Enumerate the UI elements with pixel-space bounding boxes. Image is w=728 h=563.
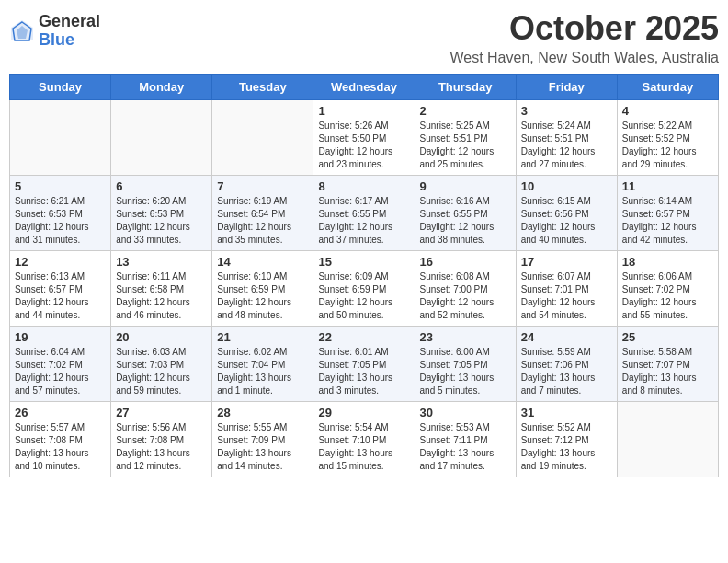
day-number: 13 <box>116 255 207 269</box>
logo-icon <box>9 18 35 44</box>
weekday-sunday: Sunday <box>10 75 111 100</box>
day-info: Sunrise: 5:55 AM Sunset: 7:09 PM Dayligh… <box>217 421 308 473</box>
day-number: 28 <box>217 406 308 419</box>
day-number: 25 <box>622 330 713 344</box>
day-info: Sunrise: 6:15 AM Sunset: 6:56 PM Dayligh… <box>521 195 612 247</box>
day-info: Sunrise: 5:58 AM Sunset: 7:07 PM Dayligh… <box>622 346 713 397</box>
day-number: 21 <box>217 330 308 344</box>
day-number: 14 <box>217 255 308 269</box>
day-info: Sunrise: 5:24 AM Sunset: 5:51 PM Dayligh… <box>521 120 612 171</box>
calendar-cell: 29Sunrise: 5:54 AM Sunset: 7:10 PM Dayli… <box>313 402 415 477</box>
day-number: 20 <box>116 330 207 344</box>
calendar-body: 1Sunrise: 5:26 AM Sunset: 5:50 PM Daylig… <box>10 100 719 477</box>
calendar-cell <box>111 100 212 176</box>
calendar-cell: 30Sunrise: 5:53 AM Sunset: 7:11 PM Dayli… <box>415 402 516 477</box>
header: General Blue October 2025 West Haven, Ne… <box>9 9 719 66</box>
day-number: 26 <box>15 406 106 419</box>
day-number: 5 <box>15 179 106 193</box>
day-info: Sunrise: 6:03 AM Sunset: 7:03 PM Dayligh… <box>116 346 207 397</box>
calendar-cell: 1Sunrise: 5:26 AM Sunset: 5:50 PM Daylig… <box>313 100 415 176</box>
day-number: 2 <box>420 104 511 118</box>
calendar-cell: 15Sunrise: 6:09 AM Sunset: 6:59 PM Dayli… <box>313 251 415 327</box>
calendar-cell: 13Sunrise: 6:11 AM Sunset: 6:58 PM Dayli… <box>111 251 212 327</box>
week-row-4: 19Sunrise: 6:04 AM Sunset: 7:02 PM Dayli… <box>10 327 719 402</box>
day-info: Sunrise: 6:14 AM Sunset: 6:57 PM Dayligh… <box>622 195 713 247</box>
calendar: SundayMondayTuesdayWednesdayThursdayFrid… <box>9 74 719 477</box>
calendar-cell: 17Sunrise: 6:07 AM Sunset: 7:01 PM Dayli… <box>516 251 617 327</box>
calendar-cell <box>212 100 313 176</box>
day-info: Sunrise: 5:26 AM Sunset: 5:50 PM Dayligh… <box>318 120 409 171</box>
day-info: Sunrise: 6:04 AM Sunset: 7:02 PM Dayligh… <box>15 346 106 397</box>
weekday-tuesday: Tuesday <box>212 75 313 100</box>
day-number: 31 <box>521 406 612 419</box>
calendar-cell: 26Sunrise: 5:57 AM Sunset: 7:08 PM Dayli… <box>10 402 111 477</box>
day-info: Sunrise: 6:06 AM Sunset: 7:02 PM Dayligh… <box>622 270 713 322</box>
day-number: 18 <box>622 255 713 269</box>
calendar-cell <box>617 402 718 477</box>
weekday-wednesday: Wednesday <box>313 75 415 100</box>
day-info: Sunrise: 5:22 AM Sunset: 5:52 PM Dayligh… <box>622 120 713 171</box>
logo: General Blue <box>9 13 100 50</box>
weekday-monday: Monday <box>111 75 212 100</box>
day-info: Sunrise: 5:59 AM Sunset: 7:06 PM Dayligh… <box>521 346 612 397</box>
weekday-friday: Friday <box>516 75 617 100</box>
calendar-cell: 27Sunrise: 5:56 AM Sunset: 7:08 PM Dayli… <box>111 402 212 477</box>
day-info: Sunrise: 6:21 AM Sunset: 6:53 PM Dayligh… <box>15 195 106 247</box>
calendar-cell: 24Sunrise: 5:59 AM Sunset: 7:06 PM Dayli… <box>516 327 617 402</box>
calendar-cell: 4Sunrise: 5:22 AM Sunset: 5:52 PM Daylig… <box>617 100 718 176</box>
day-number: 10 <box>521 179 612 193</box>
calendar-cell: 18Sunrise: 6:06 AM Sunset: 7:02 PM Dayli… <box>617 251 718 327</box>
calendar-cell: 3Sunrise: 5:24 AM Sunset: 5:51 PM Daylig… <box>516 100 617 176</box>
day-info: Sunrise: 6:20 AM Sunset: 6:53 PM Dayligh… <box>116 195 207 247</box>
day-info: Sunrise: 6:07 AM Sunset: 7:01 PM Dayligh… <box>521 270 612 322</box>
calendar-cell: 7Sunrise: 6:19 AM Sunset: 6:54 PM Daylig… <box>212 176 313 251</box>
day-info: Sunrise: 6:00 AM Sunset: 7:05 PM Dayligh… <box>420 346 511 397</box>
day-info: Sunrise: 6:19 AM Sunset: 6:54 PM Dayligh… <box>217 195 308 247</box>
week-row-1: 1Sunrise: 5:26 AM Sunset: 5:50 PM Daylig… <box>10 100 719 176</box>
week-row-3: 12Sunrise: 6:13 AM Sunset: 6:57 PM Dayli… <box>10 251 719 327</box>
day-number: 1 <box>318 104 409 118</box>
logo-general-text: General <box>39 13 100 31</box>
day-number: 4 <box>622 104 713 118</box>
day-number: 17 <box>521 255 612 269</box>
day-info: Sunrise: 5:54 AM Sunset: 7:10 PM Dayligh… <box>318 421 409 473</box>
day-number: 24 <box>521 330 612 344</box>
calendar-cell: 21Sunrise: 6:02 AM Sunset: 7:04 PM Dayli… <box>212 327 313 402</box>
day-number: 29 <box>318 406 409 419</box>
calendar-cell: 6Sunrise: 6:20 AM Sunset: 6:53 PM Daylig… <box>111 176 212 251</box>
day-info: Sunrise: 6:02 AM Sunset: 7:04 PM Dayligh… <box>217 346 308 397</box>
day-number: 27 <box>116 406 207 419</box>
day-number: 11 <box>622 179 713 193</box>
calendar-cell: 19Sunrise: 6:04 AM Sunset: 7:02 PM Dayli… <box>10 327 111 402</box>
day-number: 15 <box>318 255 409 269</box>
day-number: 8 <box>318 179 409 193</box>
day-info: Sunrise: 6:16 AM Sunset: 6:55 PM Dayligh… <box>420 195 511 247</box>
week-row-2: 5Sunrise: 6:21 AM Sunset: 6:53 PM Daylig… <box>10 176 719 251</box>
day-info: Sunrise: 5:52 AM Sunset: 7:12 PM Dayligh… <box>521 421 612 473</box>
month-title: October 2025 <box>449 9 719 48</box>
calendar-cell: 23Sunrise: 6:00 AM Sunset: 7:05 PM Dayli… <box>415 327 516 402</box>
day-number: 7 <box>217 179 308 193</box>
calendar-cell: 25Sunrise: 5:58 AM Sunset: 7:07 PM Dayli… <box>617 327 718 402</box>
day-info: Sunrise: 6:08 AM Sunset: 7:00 PM Dayligh… <box>420 270 511 322</box>
calendar-cell: 31Sunrise: 5:52 AM Sunset: 7:12 PM Dayli… <box>516 402 617 477</box>
weekday-header-row: SundayMondayTuesdayWednesdayThursdayFrid… <box>10 75 719 100</box>
day-number: 16 <box>420 255 511 269</box>
calendar-cell: 14Sunrise: 6:10 AM Sunset: 6:59 PM Dayli… <box>212 251 313 327</box>
day-info: Sunrise: 6:01 AM Sunset: 7:05 PM Dayligh… <box>318 346 409 397</box>
calendar-cell: 10Sunrise: 6:15 AM Sunset: 6:56 PM Dayli… <box>516 176 617 251</box>
calendar-cell: 2Sunrise: 5:25 AM Sunset: 5:51 PM Daylig… <box>415 100 516 176</box>
weekday-thursday: Thursday <box>415 75 516 100</box>
calendar-cell <box>10 100 111 176</box>
day-info: Sunrise: 6:10 AM Sunset: 6:59 PM Dayligh… <box>217 270 308 322</box>
calendar-cell: 22Sunrise: 6:01 AM Sunset: 7:05 PM Dayli… <box>313 327 415 402</box>
day-number: 22 <box>318 330 409 344</box>
day-info: Sunrise: 6:09 AM Sunset: 6:59 PM Dayligh… <box>318 270 409 322</box>
calendar-cell: 12Sunrise: 6:13 AM Sunset: 6:57 PM Dayli… <box>10 251 111 327</box>
day-number: 19 <box>15 330 106 344</box>
calendar-cell: 8Sunrise: 6:17 AM Sunset: 6:55 PM Daylig… <box>313 176 415 251</box>
day-number: 30 <box>420 406 511 419</box>
day-info: Sunrise: 5:57 AM Sunset: 7:08 PM Dayligh… <box>15 421 106 473</box>
week-row-5: 26Sunrise: 5:57 AM Sunset: 7:08 PM Dayli… <box>10 402 719 477</box>
day-info: Sunrise: 6:13 AM Sunset: 6:57 PM Dayligh… <box>15 270 106 322</box>
